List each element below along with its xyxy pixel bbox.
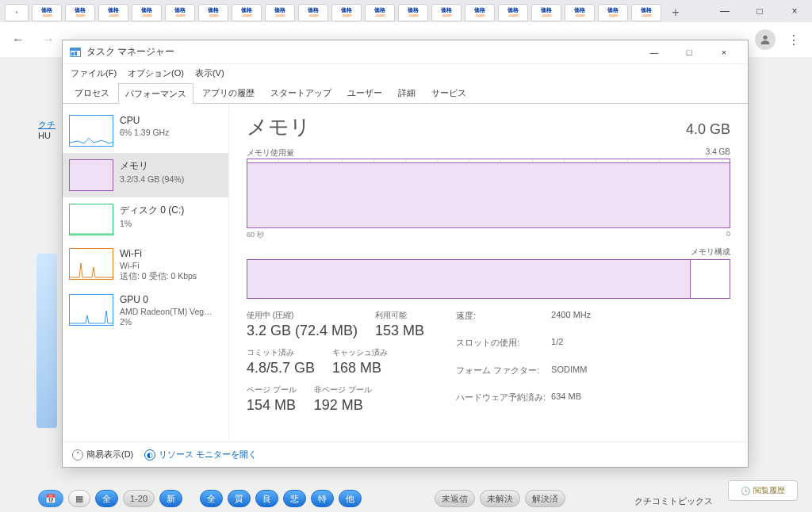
browser-max-button[interactable]: □ <box>742 0 777 22</box>
browser-tab[interactable]: 価格.com <box>65 4 95 21</box>
prop-value: SODIMM <box>551 365 591 387</box>
sidebar-item-gpu[interactable]: GPU 0AMD Radeon(TM) Veg…2% <box>63 288 228 334</box>
perf-main: メモリ 4.0 GB メモリ使用量3.4 GB 60 秒0 メモリ構成 使用中 … <box>229 104 748 441</box>
bg-120[interactable]: 1-20 <box>123 490 155 507</box>
bg-b2[interactable]: 質 <box>228 490 251 507</box>
prop-value: 1/2 <box>551 337 591 359</box>
bg-unsolved[interactable]: 未解決 <box>480 490 520 507</box>
history-button[interactable]: 🕓閲覧履歴 <box>728 480 798 501</box>
bg-grid-button[interactable]: ▦ <box>68 490 90 507</box>
tm-min-button[interactable]: — <box>637 42 672 63</box>
browser-tab[interactable]: 価格.com <box>431 4 462 21</box>
sidebar-label: Wi-Fi <box>120 248 197 259</box>
browser-tab[interactable]: 価格.com <box>265 4 295 21</box>
browser-tab[interactable]: 価格.com <box>598 4 628 21</box>
browser-tab[interactable]: ᵏ <box>5 4 29 21</box>
memory-composition-graph <box>247 259 730 299</box>
resource-monitor-link[interactable]: ◐リソース モニターを開く <box>144 449 257 460</box>
bg-filter-all[interactable]: 全 <box>95 490 118 507</box>
memory-properties: 速度:2400 MHz スロットの使用:1/2 フォーム ファクター:SODIM… <box>456 310 591 414</box>
prop-label: ハードウェア予約済み: <box>456 392 551 414</box>
browser-tab[interactable]: 価格.com <box>198 4 228 21</box>
sidebar-label: ディスク 0 (C:) <box>120 204 184 217</box>
axis-left: 60 秒 <box>247 230 264 240</box>
prop-label: フォーム ファクター: <box>456 365 551 387</box>
back-button[interactable]: ← <box>6 28 30 52</box>
tab-services[interactable]: サービス <box>424 82 473 103</box>
sidebar-label: GPU 0 <box>120 294 213 305</box>
menu-file[interactable]: ファイル(F) <box>71 67 117 79</box>
browser-tab[interactable]: 価格.com <box>565 4 595 21</box>
tab-app-history[interactable]: アプリの履歴 <box>195 82 262 103</box>
bg-b3[interactable]: 良 <box>255 490 278 507</box>
tm-max-button[interactable]: □ <box>672 42 707 63</box>
browser-min-button[interactable]: — <box>707 0 742 22</box>
svg-rect-4 <box>75 52 77 55</box>
browser-tab[interactable]: 価格.com <box>498 4 528 21</box>
bg-b6[interactable]: 他 <box>339 490 362 507</box>
fewer-details-button[interactable]: ˄簡易表示(D) <box>72 449 133 460</box>
stat-value: 3.2 GB (72.4 MB) <box>247 323 358 339</box>
bg-b1[interactable]: 全 <box>200 490 223 507</box>
sidebar-item-wifi[interactable]: Wi-FiWi-Fi送信: 0 受信: 0 Kbps <box>63 242 228 288</box>
menu-options[interactable]: オプション(O) <box>128 67 184 79</box>
prop-label: 速度: <box>456 310 551 332</box>
browser-tab[interactable]: 価格.com <box>132 4 162 21</box>
stat-label: キャッシュ済み <box>332 347 388 358</box>
new-tab-button[interactable]: + <box>665 4 687 21</box>
tm-close-button[interactable]: × <box>707 42 741 63</box>
tm-footer: ˄簡易表示(D) ◐リソース モニターを開く <box>63 441 748 467</box>
tm-app-icon <box>69 46 82 59</box>
bg-cal-button[interactable]: 📅 <box>38 490 63 507</box>
prop-label: スロットの使用: <box>456 337 551 359</box>
sidebar-label: メモリ <box>120 159 184 173</box>
sidebar-item-cpu[interactable]: CPU6% 1.39 GHz <box>63 109 228 153</box>
browser-close-button[interactable]: × <box>777 0 812 22</box>
bg-b4[interactable]: 悲 <box>283 490 306 507</box>
task-manager-window: タスク マネージャー — □ × ファイル(F) オプション(O) 表示(V) … <box>62 40 749 468</box>
memory-total: 4.0 GB <box>686 121 730 138</box>
sidebar-item-disk[interactable]: ディスク 0 (C:)1% <box>63 197 228 242</box>
page-title: メモリ <box>247 113 311 141</box>
bg-b5[interactable]: 特 <box>311 490 334 507</box>
more-menu-button[interactable]: ⋮ <box>782 28 806 52</box>
prop-value: 2400 MHz <box>551 310 591 332</box>
stat-value: 168 MB <box>332 360 388 376</box>
bg-solved[interactable]: 解決済 <box>525 490 565 507</box>
browser-tab[interactable]: 価格.com <box>531 4 561 21</box>
tab-details[interactable]: 詳細 <box>391 82 423 103</box>
stat-label: 使用中 (圧縮) <box>247 310 358 321</box>
browser-tabstrip: ᵏ for(let i=0;i<19;i++)document.write('<… <box>0 0 812 22</box>
bg-new[interactable]: 新 <box>159 490 182 507</box>
tab-startup[interactable]: スタートアップ <box>263 82 339 103</box>
bg-unreplied[interactable]: 未返信 <box>435 490 475 507</box>
stat-label: 非ページ プール <box>314 384 372 395</box>
browser-tab[interactable]: 価格.com <box>232 4 262 21</box>
menu-view[interactable]: 表示(V) <box>195 67 224 79</box>
tab-users[interactable]: ユーザー <box>340 82 389 103</box>
stat-label: コミット済み <box>247 347 315 358</box>
stat-label: 利用可能 <box>375 310 424 321</box>
tab-processes[interactable]: プロセス <box>67 82 117 103</box>
browser-tab[interactable]: 価格.com <box>32 4 62 21</box>
prop-value: 634 MB <box>551 392 591 414</box>
sidebar-item-memory[interactable]: メモリ3.2/3.4 GB (94%) <box>63 153 228 197</box>
browser-tab[interactable]: 価格.com <box>365 4 395 21</box>
browser-tab[interactable]: 価格.com <box>298 4 328 21</box>
browser-tab[interactable]: 価格.com <box>398 4 428 21</box>
browser-tab[interactable]: 価格.com <box>631 4 661 21</box>
svg-rect-3 <box>71 52 74 55</box>
stat-value: 192 MB <box>314 397 372 414</box>
browser-tab[interactable]: 価格.com <box>98 4 128 21</box>
bg-button-row: 📅 ▦ 全 1-20 新 全 質 良 悲 特 他 未返信 未解決 解決済 <box>38 490 565 507</box>
browser-tab[interactable]: 価格.com <box>165 4 195 21</box>
tm-titlebar[interactable]: タスク マネージャー — □ × <box>63 40 748 64</box>
axis-right: 0 <box>726 230 730 240</box>
forward-button[interactable]: → <box>36 28 60 52</box>
collapse-icon: ˄ <box>72 449 83 460</box>
tab-performance[interactable]: パフォーマンス <box>118 83 193 104</box>
browser-tab[interactable]: 価格.com <box>465 4 495 21</box>
tm-tabs: プロセス パフォーマンス アプリの履歴 スタートアップ ユーザー 詳細 サービス <box>63 82 748 104</box>
browser-tab[interactable]: 価格.com <box>331 4 362 21</box>
profile-avatar[interactable] <box>755 29 776 50</box>
